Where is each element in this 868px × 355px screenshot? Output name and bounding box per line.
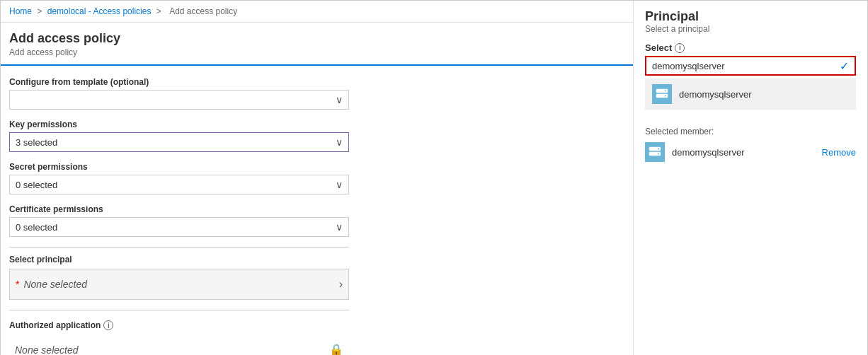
page-subtitle: Add access policy (9, 47, 624, 57)
configure-dropdown[interactable]: ∨ (9, 90, 349, 110)
key-permissions-value: 3 selected (16, 137, 57, 148)
secret-permissions-group: Secret permissions 0 selected ∨ (9, 162, 624, 194)
page-header: Add access policy Add access policy (1, 23, 633, 66)
certificate-permissions-dropdown[interactable]: 0 selected ∨ (9, 217, 349, 237)
authorized-label-row: Authorized application i (9, 320, 624, 330)
secret-permissions-value: 0 selected (16, 180, 57, 190)
configure-label: Configure from template (optional) (9, 77, 624, 87)
left-panel: Home > demolocal - Access policies > Add… (1, 1, 634, 355)
result-item-label: demomysqlserver (679, 89, 752, 100)
key-permissions-chevron-icon: ∨ (336, 136, 343, 148)
divider-2 (9, 310, 349, 310)
secret-permissions-dropdown[interactable]: 0 selected ∨ (9, 175, 349, 194)
certificate-permissions-chevron-icon: ∨ (336, 221, 343, 233)
certificate-permissions-label: Certificate permissions (9, 204, 624, 214)
selected-member-label: Selected member: (645, 127, 856, 136)
svg-point-2 (665, 91, 666, 92)
certificate-permissions-group: Certificate permissions 0 selected ∨ (9, 204, 624, 237)
breadcrumb: Home > demolocal - Access policies > Add… (1, 1, 633, 23)
breadcrumb-sep1: > (37, 6, 44, 16)
principal-row[interactable]: * None selected › (9, 269, 349, 300)
svg-point-3 (665, 95, 666, 97)
authorized-none-selected: None selected (15, 344, 79, 356)
principal-search-box[interactable]: demomysqlserver ✓ (645, 56, 856, 76)
panel-subtitle: Select a principal (645, 24, 856, 34)
server-icon (656, 88, 668, 100)
selected-member-section: Selected member: demomysqlserver Remove (645, 127, 856, 162)
search-result-item[interactable]: demomysqlserver (645, 78, 856, 110)
key-permissions-group: Key permissions 3 selected ∨ (9, 120, 624, 152)
select-label-row: Select i (645, 42, 856, 53)
divider-1 (9, 247, 349, 248)
principal-none-selected: None selected (23, 279, 87, 290)
select-principal-label: Select principal (9, 255, 624, 264)
secret-permissions-chevron-icon: ∨ (336, 179, 343, 190)
secret-permissions-label: Secret permissions (9, 162, 624, 172)
certificate-permissions-value: 0 selected (16, 222, 57, 233)
authorized-info-icon[interactable]: i (103, 320, 113, 330)
member-icon (645, 142, 665, 162)
check-mark-icon: ✓ (840, 59, 849, 73)
breadcrumb-policies[interactable]: demolocal - Access policies (47, 6, 152, 16)
form-body: Configure from template (optional) ∨ Key… (1, 66, 633, 355)
key-permissions-dropdown[interactable]: 3 selected ∨ (9, 132, 349, 152)
breadcrumb-current: Add access policy (169, 6, 237, 16)
result-item-icon (652, 84, 672, 104)
principal-info-icon[interactable]: i (675, 43, 685, 53)
member-row: demomysqlserver Remove (645, 142, 856, 162)
remove-button[interactable]: Remove (822, 147, 856, 158)
principal-arrow-icon: › (339, 278, 343, 291)
key-permissions-label: Key permissions (9, 120, 624, 129)
breadcrumb-home[interactable]: Home (9, 6, 32, 16)
member-name: demomysqlserver (672, 147, 815, 158)
configure-chevron-icon: ∨ (336, 94, 343, 105)
right-panel: Principal Select a principal Select i de… (634, 1, 867, 355)
member-server-icon (649, 146, 661, 158)
search-value: demomysqlserver (652, 61, 725, 71)
authorized-section: Authorized application i None selected 🔒 (9, 320, 624, 355)
configure-group: Configure from template (optional) ∨ (9, 77, 624, 110)
select-principal-group: Select principal * None selected › (9, 255, 624, 300)
lock-icon: 🔒 (329, 343, 343, 355)
svg-point-7 (658, 153, 659, 155)
breadcrumb-sep2: > (156, 6, 164, 16)
svg-point-6 (658, 149, 659, 150)
required-star: * (16, 279, 19, 290)
page-title: Add access policy (9, 31, 624, 46)
authorized-row[interactable]: None selected 🔒 (9, 334, 349, 355)
panel-title: Principal (645, 9, 856, 24)
authorized-label-text: Authorized application (9, 320, 101, 330)
select-label-text: Select (645, 42, 672, 53)
